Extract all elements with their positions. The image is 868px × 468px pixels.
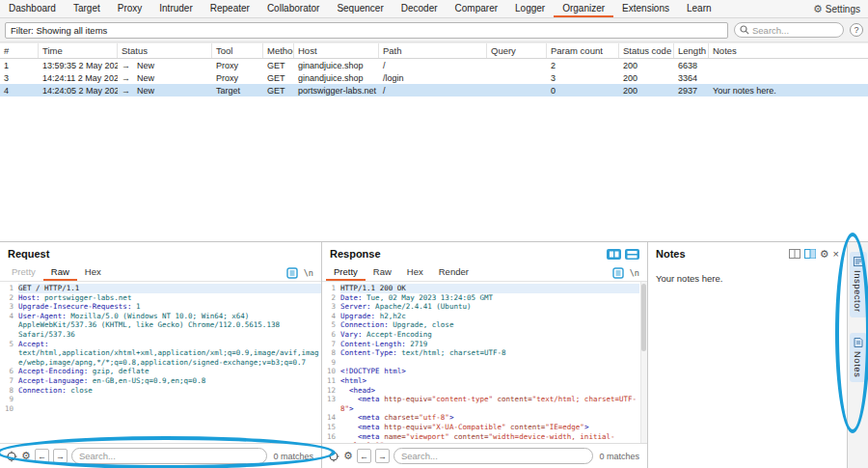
line-number: 14 xyxy=(322,413,336,423)
cell-query xyxy=(487,84,547,96)
search-settings-icon[interactable]: ⚙ xyxy=(343,451,353,461)
column-header-status[interactable]: Status xyxy=(118,43,212,58)
close-icon[interactable]: × xyxy=(833,249,839,260)
menu-item-organizer[interactable]: Organizer xyxy=(554,0,613,17)
code-line: 15 <meta http-equiv="X-UA-Compatible" co… xyxy=(322,423,639,432)
search-icon xyxy=(740,25,749,35)
line-number: 3 xyxy=(0,302,14,312)
request-editor[interactable]: 1GET / HTTP/1.12Host: portswigger-labs.n… xyxy=(0,282,321,443)
line-number: 9 xyxy=(322,358,336,368)
notes-panel-title: Notes xyxy=(656,248,686,260)
column-header-path[interactable]: Path xyxy=(379,43,487,58)
menu-item-proxy[interactable]: Proxy xyxy=(109,0,151,17)
side-tab-inspector[interactable]: Inspector xyxy=(850,252,867,317)
notes-panel-header: Notes ⚙ × xyxy=(648,242,847,265)
code-line: 11<html> xyxy=(322,376,639,386)
line-number: 6 xyxy=(322,330,336,340)
request-search-input[interactable] xyxy=(71,448,268,464)
menu-item-learn[interactable]: Learn xyxy=(678,0,720,17)
response-editor[interactable]: 1HTTP/1.1 200 OK2Date: Tue, 02 May 2023 … xyxy=(322,282,647,443)
layout-rows-button[interactable] xyxy=(625,249,639,260)
pane-layout-selected-icon[interactable] xyxy=(804,249,816,259)
menu-item-dashboard[interactable]: Dashboard xyxy=(0,0,65,17)
code-line: 8Connection: close xyxy=(0,386,321,396)
column-header-host[interactable]: Host xyxy=(294,43,379,58)
gear-icon: ⚙ xyxy=(813,4,823,14)
table-row[interactable]: 314:24:11 2 May 2023→NewProxyGETginandju… xyxy=(0,71,868,84)
menu-item-logger[interactable]: Logger xyxy=(506,0,554,17)
column-header-num[interactable]: # xyxy=(0,43,39,58)
menu-items: DashboardTargetProxyIntruderRepeaterColl… xyxy=(0,0,720,17)
notes-content[interactable]: Your notes here. xyxy=(648,265,847,468)
tab-raw[interactable]: Raw xyxy=(43,264,77,281)
line-number: 12 xyxy=(322,386,336,396)
line-number: 3 xyxy=(322,302,336,312)
cell-notes: Your notes here. xyxy=(709,84,868,96)
line-number: 2 xyxy=(0,293,14,303)
menu-item-target[interactable]: Target xyxy=(65,0,109,17)
search-target-icon[interactable] xyxy=(328,451,339,462)
response-tab-row: PrettyRawHexRender \n xyxy=(322,265,647,282)
column-header-method[interactable]: Method xyxy=(263,43,294,58)
global-search-input[interactable] xyxy=(752,25,838,36)
help-button[interactable]: ? xyxy=(850,23,863,37)
layout-columns-button[interactable] xyxy=(607,249,621,260)
filter-display[interactable]: Filter: Showing all items xyxy=(5,22,728,39)
table-row[interactable]: 113:59:35 2 May 2023→NewProxyGETginandju… xyxy=(0,59,868,71)
column-header-status-code[interactable]: Status code xyxy=(619,43,674,58)
next-match-button[interactable]: → xyxy=(53,449,68,463)
next-match-button[interactable]: → xyxy=(375,449,390,463)
tab-render[interactable]: Render xyxy=(431,264,476,281)
notes-settings-icon[interactable]: ⚙ xyxy=(820,249,829,260)
menu-item-intruder[interactable]: Intruder xyxy=(150,0,201,17)
column-header-tool[interactable]: Tool xyxy=(212,43,263,58)
menu-item-collaborator[interactable]: Collaborator xyxy=(258,0,328,17)
cell-length: 6638 xyxy=(674,59,709,71)
line-number: 9 xyxy=(0,395,14,404)
editor-pane-icon[interactable] xyxy=(286,267,298,279)
table-row[interactable]: 414:24:05 2 May 2023→NewTargetGETportswi… xyxy=(0,84,868,96)
column-header-length[interactable]: Length xyxy=(674,43,709,58)
editor-pane-icon[interactable] xyxy=(612,267,624,279)
newline-toggle-icon[interactable]: \n xyxy=(304,268,313,278)
pane-layout-icon[interactable] xyxy=(789,249,800,259)
search-target-icon[interactable] xyxy=(6,451,17,462)
prev-match-button[interactable]: ← xyxy=(357,449,371,463)
line-number: 16 xyxy=(322,432,336,444)
code-line: 10<!DOCTYPE html> xyxy=(322,367,639,376)
line-number: 6 xyxy=(0,367,14,376)
code-line: 4User-Agent: Mozilla/5.0 (Windows NT 10.… xyxy=(0,312,321,340)
response-scrollbar[interactable] xyxy=(640,282,647,443)
table-body: 113:59:35 2 May 2023→NewProxyGETginandju… xyxy=(0,59,868,96)
response-search-input[interactable] xyxy=(393,448,594,464)
tab-hex[interactable]: Hex xyxy=(77,264,109,281)
cell-num: 3 xyxy=(0,71,39,84)
line-number: 1 xyxy=(0,284,14,293)
tab-pretty[interactable]: Pretty xyxy=(4,264,43,281)
scrollbar-thumb[interactable] xyxy=(641,284,646,351)
request-panel-header: Request xyxy=(0,242,321,265)
side-tab-label: Notes xyxy=(853,351,863,377)
menu-item-sequencer[interactable]: Sequencer xyxy=(328,0,392,17)
prev-match-button[interactable]: ← xyxy=(35,449,49,463)
global-search-box xyxy=(734,22,844,38)
code-line: 3Upgrade-Insecure-Requests: 1 xyxy=(0,302,321,312)
code-line: 10 xyxy=(0,404,321,414)
tab-raw[interactable]: Raw xyxy=(366,264,399,281)
line-number: 5 xyxy=(0,340,14,368)
search-settings-icon[interactable]: ⚙ xyxy=(21,451,31,461)
tab-hex[interactable]: Hex xyxy=(399,264,431,281)
column-header-query[interactable]: Query xyxy=(487,43,547,58)
menu-item-comparer[interactable]: Comparer xyxy=(447,0,506,17)
column-header-time[interactable]: Time xyxy=(39,43,118,58)
column-header-notes[interactable]: Notes xyxy=(709,43,868,58)
menu-item-repeater[interactable]: Repeater xyxy=(202,0,258,17)
menu-item-extensions[interactable]: Extensions xyxy=(613,0,678,17)
column-header-param-count[interactable]: Param count xyxy=(547,43,619,58)
settings-button[interactable]: ⚙ Settings xyxy=(805,0,868,17)
tab-pretty[interactable]: Pretty xyxy=(326,264,366,281)
line-number: 5 xyxy=(322,320,336,330)
menu-item-decoder[interactable]: Decoder xyxy=(393,0,447,17)
side-tab-notes[interactable]: Notes xyxy=(850,333,867,382)
newline-toggle-icon[interactable]: \n xyxy=(630,268,639,278)
